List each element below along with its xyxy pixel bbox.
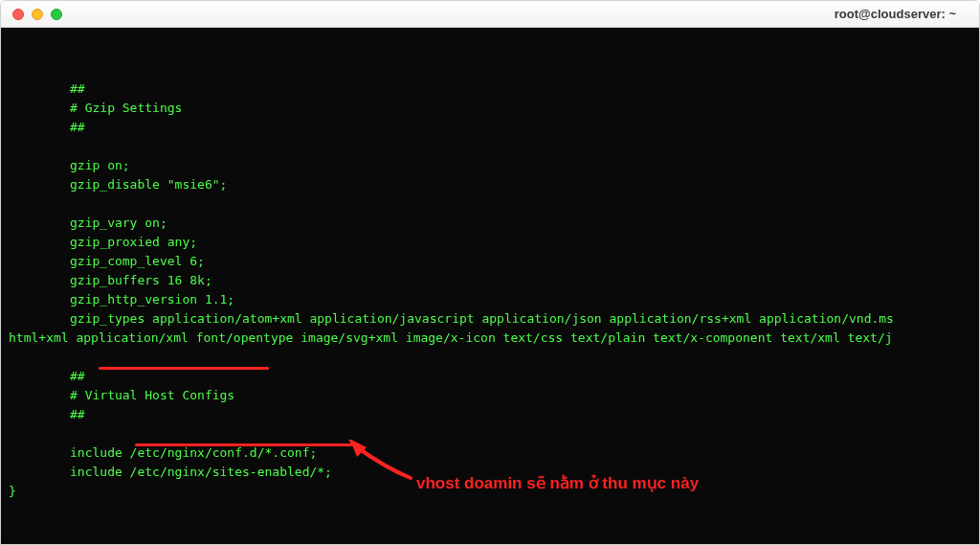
minimize-icon[interactable]	[32, 9, 43, 20]
terminal-line: gzip on;	[9, 156, 979, 175]
terminal-line: gzip_http_version 1.1;	[9, 290, 979, 309]
traffic-lights	[12, 9, 62, 20]
terminal-line: ##	[9, 405, 979, 424]
terminal-content: ### Gzip Settings##gzip on;gzip_disable …	[1, 74, 979, 501]
terminal-line: html+xml application/xml font/opentype i…	[9, 329, 979, 348]
terminal-line: gzip_disable "msie6";	[9, 175, 979, 194]
terminal-line: gzip_vary on;	[9, 214, 979, 233]
terminal-line: # Gzip Settings	[9, 99, 979, 118]
terminal-line	[9, 424, 979, 443]
terminal-line: gzip_proxied any;	[9, 233, 979, 252]
terminal-line: include /etc/nginx/conf.d/*.conf;	[9, 443, 979, 463]
terminal-line: gzip_comp_level 6;	[9, 252, 979, 271]
window-title: root@cloudserver: ~	[835, 7, 956, 21]
terminal-window: root@cloudserver: ~ ### Gzip Settings##g…	[0, 0, 980, 545]
annotation-underline-1	[99, 367, 269, 370]
terminal-line: ##	[9, 79, 979, 99]
close-icon[interactable]	[12, 9, 24, 20]
terminal-line	[9, 137, 979, 156]
terminal-body[interactable]: ### Gzip Settings##gzip on;gzip_disable …	[1, 28, 979, 544]
annotation-underline-2	[135, 443, 355, 446]
annotation-label: vhost doamin sẽ nằm ở thu mục này	[416, 474, 699, 493]
terminal-line: ##	[9, 118, 979, 137]
terminal-line: ##	[9, 367, 979, 386]
terminal-line	[9, 348, 979, 367]
terminal-line: gzip_types application/atom+xml applicat…	[9, 309, 979, 329]
title-bar: root@cloudserver: ~	[1, 1, 979, 28]
terminal-line: # Virtual Host Configs	[9, 386, 979, 405]
maximize-icon[interactable]	[51, 9, 62, 20]
terminal-line: gzip_buffers 16 8k;	[9, 271, 979, 290]
terminal-line	[9, 194, 979, 214]
